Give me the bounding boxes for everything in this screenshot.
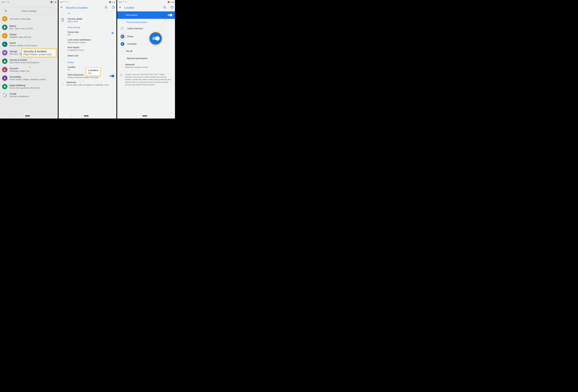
row-advanced[interactable]: ⌄ AdvancedDevice admin apps, Encryption … — [59, 80, 116, 87]
battery-icon: ▮ — [55, 1, 56, 3]
status-time: 9:37 — [119, 1, 122, 3]
svg-rect-22 — [3, 52, 6, 52]
app-row-phone[interactable]: Phone — [117, 33, 175, 40]
callout-sub: Play Protect, screen lock, — [24, 53, 54, 56]
dnd-icon: 🔕 — [168, 1, 170, 3]
toggle-use-location[interactable] — [168, 14, 172, 16]
appbar: Security & location — [59, 4, 116, 11]
item-title: Accounts — [9, 67, 56, 70]
settings-item-sound[interactable]: SoundVolume, vibration, Do Not Disturb — [0, 40, 58, 48]
row-sub: Scanning, Location services — [125, 66, 173, 68]
row-title: Screen lock — [68, 31, 114, 33]
settings-item-battery[interactable]: Battery66% - About 1 day, 23 hr left — [0, 23, 58, 32]
battery-icon: ▮ — [114, 1, 115, 3]
search-icon — [5, 9, 7, 13]
nav-bar: 〈 — [117, 113, 175, 118]
back-button[interactable]: 〈 — [11, 115, 13, 117]
back-button[interactable]: 〈 — [70, 115, 72, 117]
settings-item-wellbeing[interactable]: Digital WellbeingScreen time, app timers… — [0, 82, 58, 91]
settings-item-accounts[interactable]: AccountsWhatsApp, Google, Duo — [0, 65, 58, 74]
wifi-icon: ▾ — [112, 1, 113, 3]
settings-item-display[interactable]: DisplayWallpaper, sleep, font size — [0, 32, 58, 40]
display-icon — [2, 33, 7, 39]
search-icon[interactable] — [163, 6, 166, 9]
dnd-icon: 🔕 — [109, 1, 111, 3]
settings-item-apps[interactable]: Permissions, default apps — [0, 16, 58, 23]
status-bar: 9:37ᕯf• 🔕▾▮ — [59, 0, 116, 4]
svg-point-5 — [4, 19, 4, 19]
row-lock-preferences[interactable]: Lock screen preferencesHide sensitive co… — [59, 37, 116, 45]
location-list[interactable]: Recent location requests Actions Service… — [117, 19, 175, 113]
row-title: Smart Lock — [68, 55, 114, 57]
row-security-update[interactable]: Security updateMay 5, 2019 — [59, 16, 116, 24]
app-row-actions[interactable]: Actions Services — [117, 24, 175, 33]
back-icon[interactable] — [119, 6, 122, 9]
security-list[interactable]: ⌄ On Security updateMay 5, 2019 Device s… — [59, 11, 116, 113]
home-pill[interactable] — [142, 115, 147, 117]
settings-item-security[interactable]: Security & locationPlay Protect, screen … — [0, 57, 58, 65]
item-title: Digital Wellbeing — [9, 84, 56, 87]
row-sub: 2 fingerprints set up — [68, 49, 114, 51]
appbar: Location — [117, 4, 175, 11]
item-sub: WhatsApp, Google, Duo — [9, 70, 56, 72]
gear-icon[interactable] — [111, 32, 114, 35]
row-top[interactable]: ⌄ On — [59, 11, 116, 16]
highlight-dot — [29, 67, 31, 68]
see-all-label: See all — [126, 50, 132, 52]
callout-title: Security & location — [24, 50, 54, 53]
item-sub: Screen time, app timers, Wind Down — [9, 87, 56, 89]
row-pixel-imprint[interactable]: Pixel Imprint2 fingerprints set up — [59, 45, 116, 53]
row-sub: Display characters briefly as you type — [68, 76, 109, 78]
svg-point-28 — [4, 85, 5, 86]
item-title: Security & location — [9, 59, 56, 61]
search-icon[interactable] — [105, 6, 108, 9]
info-icon: ⓘ — [120, 73, 123, 86]
row-title: Advanced — [66, 81, 114, 83]
back-button[interactable]: 〈 — [129, 115, 131, 117]
accounts-icon — [2, 67, 7, 72]
actions-icon — [121, 27, 124, 31]
svg-line-18 — [4, 35, 4, 35]
running-icon: ᕯ — [123, 1, 125, 3]
row-title: Pixel Imprint — [68, 46, 114, 49]
use-location-banner[interactable]: Use location — [117, 11, 175, 19]
settings-list[interactable]: Permissions, default apps Battery66% - A… — [0, 16, 58, 113]
app-row-facebook[interactable]: f Facebook — [117, 40, 175, 48]
appbar-title: Security & location — [66, 6, 100, 9]
facebook-icon: f — [8, 1, 9, 3]
section-device-security: Device security — [59, 24, 116, 30]
row-app-permissions[interactable]: App-level permissions — [117, 55, 175, 62]
lock-icon — [2, 59, 7, 64]
settings-item-google[interactable]: GoogleServices & preferences — [0, 91, 58, 99]
row-screen-lock[interactable]: Screen lockPIN — [59, 30, 116, 37]
item-title: Battery — [9, 25, 56, 27]
sound-icon — [2, 41, 7, 47]
home-pill[interactable] — [84, 115, 89, 117]
running-icon: ᕯ — [64, 1, 66, 3]
settings-item-accessibility[interactable]: AccessibilityScreen readers, display, in… — [0, 74, 58, 82]
back-icon[interactable] — [60, 6, 63, 9]
row-advanced[interactable]: ⌄ AdvancedScanning, Location services — [117, 62, 175, 70]
search-settings[interactable]: Search settings — [2, 8, 56, 15]
phone-location: 9:37ᕯf• 🔕▾▮ Location Use location Recent… — [117, 0, 175, 118]
item-sub: 66% - About 1 day, 23 hr left — [9, 28, 56, 30]
svg-rect-11 — [4, 26, 5, 29]
help-icon[interactable] — [112, 6, 115, 9]
svg-point-27 — [4, 77, 5, 78]
row-smart-lock[interactable]: Smart Lock — [59, 53, 116, 59]
home-pill[interactable] — [25, 115, 30, 117]
callout-title: Location — [88, 69, 98, 72]
chevron-down-icon: ⌄ — [121, 65, 123, 67]
phone-settings-root: 9:37 ᕯ f • 🔕 ▾ ▮ Search settings Permiss… — [0, 0, 58, 118]
toggle-show-passwords[interactable] — [109, 75, 114, 77]
row-see-all[interactable]: ⌄ See all — [117, 48, 175, 55]
svg-point-13 — [4, 35, 5, 36]
svg-point-26 — [4, 69, 5, 70]
dnd-icon: 🔕 — [50, 1, 52, 3]
row-sub: PIN — [68, 34, 114, 36]
help-icon[interactable] — [170, 6, 173, 9]
status-bar: 9:37ᕯf• 🔕▾▮ — [117, 0, 175, 4]
callout-sub: On — [88, 72, 98, 75]
wifi-icon: ▾ — [53, 1, 54, 3]
more-icon: • — [10, 1, 10, 3]
